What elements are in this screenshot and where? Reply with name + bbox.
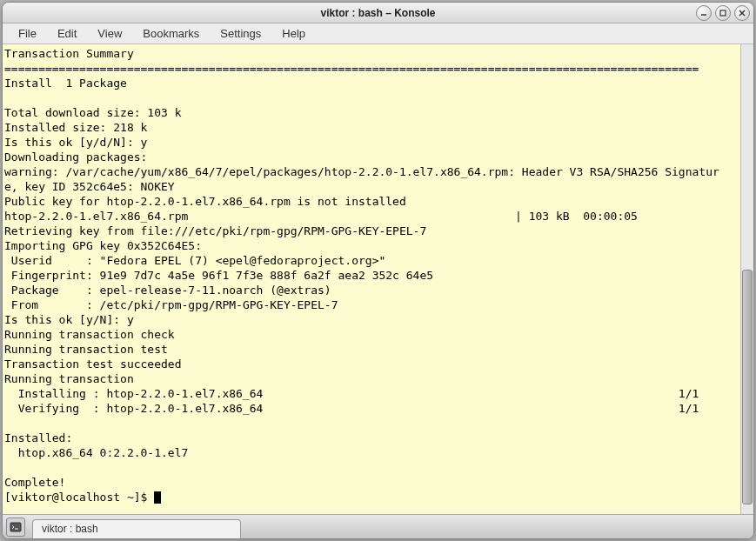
window-title: viktor : bash – Konsole (8, 7, 748, 19)
maximize-button[interactable] (715, 5, 731, 21)
menu-file[interactable]: File (10, 25, 45, 42)
close-button[interactable] (734, 5, 750, 21)
menu-edit[interactable]: Edit (49, 25, 85, 42)
terminal-prompt: [viktor@localhost ~]$ (4, 491, 154, 504)
scrollbar[interactable] (740, 44, 753, 514)
minimize-button[interactable] (696, 5, 712, 21)
svg-rect-1 (10, 523, 21, 531)
window-controls (696, 5, 750, 21)
taskbar-tab-label: viktor : bash (42, 523, 98, 535)
menu-bookmarks[interactable]: Bookmarks (134, 25, 208, 42)
titlebar[interactable]: viktor : bash – Konsole (3, 3, 753, 23)
terminal-icon (10, 521, 22, 533)
svg-rect-0 (720, 10, 726, 16)
taskbar-tab[interactable]: viktor : bash (32, 519, 241, 538)
scroll-thumb[interactable] (742, 270, 753, 504)
taskbar: viktor : bash (3, 514, 753, 538)
menu-settings[interactable]: Settings (211, 25, 270, 42)
menu-view[interactable]: View (89, 25, 130, 42)
taskbar-app-icon[interactable] (6, 518, 25, 537)
terminal-area: Transaction Summary ====================… (3, 44, 753, 514)
menubar: File Edit View Bookmarks Settings Help (3, 23, 753, 44)
close-icon (738, 9, 746, 17)
minimize-icon (699, 9, 708, 17)
terminal-lines: Transaction Summary ====================… (4, 47, 719, 489)
menu-help[interactable]: Help (273, 25, 314, 42)
terminal-cursor (154, 491, 161, 504)
maximize-icon (719, 9, 727, 17)
application-window: viktor : bash – Konsole File Edit View B… (2, 2, 754, 539)
terminal-output[interactable]: Transaction Summary ====================… (3, 44, 740, 514)
